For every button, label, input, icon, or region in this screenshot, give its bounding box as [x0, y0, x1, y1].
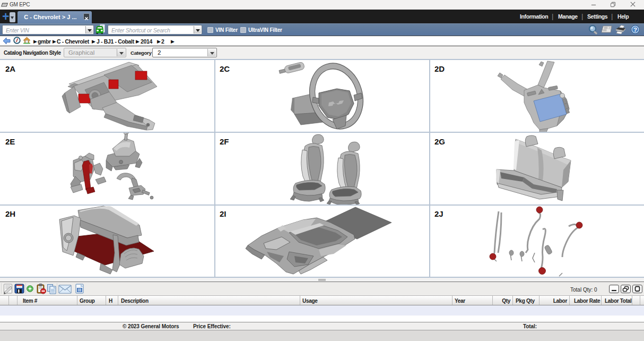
svg-text:?: ? [633, 27, 637, 33]
